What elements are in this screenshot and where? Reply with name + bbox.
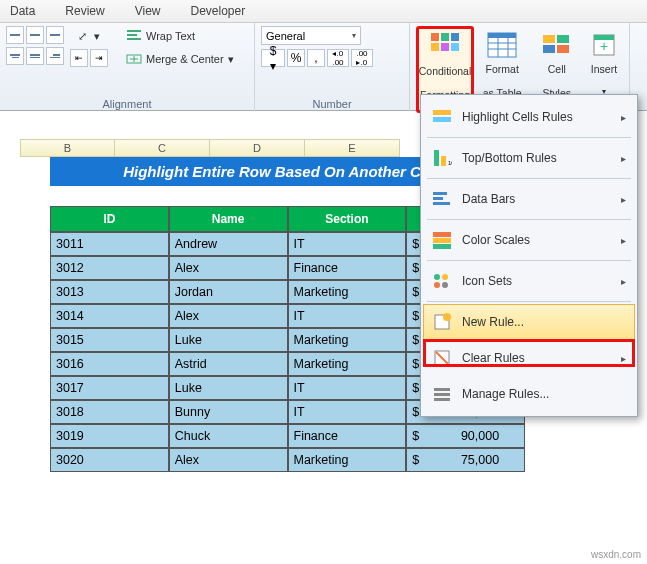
cell-name[interactable]: Luke <box>169 376 288 400</box>
merge-center-button[interactable]: Merge & Center ▾ <box>122 49 238 69</box>
align-middle[interactable] <box>26 26 44 44</box>
col-C[interactable]: C <box>115 139 210 157</box>
cell-id[interactable]: 3016 <box>50 352 169 376</box>
svg-rect-1 <box>127 34 137 36</box>
comma-button[interactable]: , <box>307 49 325 67</box>
cell-section[interactable]: Finance <box>288 424 407 448</box>
menu-developer[interactable]: Developer <box>191 4 246 18</box>
th-name: Name <box>169 206 288 232</box>
percent-button[interactable]: % <box>287 49 305 67</box>
decrease-decimal[interactable]: .00▸.0 <box>351 49 373 67</box>
insert-button[interactable]: + Insert▾ <box>585 26 623 97</box>
col-E[interactable]: E <box>305 139 400 157</box>
svg-rect-8 <box>441 43 449 51</box>
cell-section[interactable]: IT <box>288 232 407 256</box>
cell-section[interactable]: Marketing <box>288 352 407 376</box>
cell-id[interactable]: 3012 <box>50 256 169 280</box>
col-B[interactable]: B <box>20 139 115 157</box>
cell-section[interactable]: Marketing <box>288 280 407 304</box>
orientation-button[interactable]: ⤢▾ <box>70 26 108 46</box>
table-row[interactable]: 3019ChuckFinance$ 90,000 <box>50 424 525 448</box>
cell-name[interactable]: Andrew <box>169 232 288 256</box>
cell-id[interactable]: 3017 <box>50 376 169 400</box>
highlight-cells-icon <box>432 107 452 127</box>
menu-top-bottom[interactable]: 10 Top/Bottom Rules <box>423 140 635 176</box>
group-alignment-label: Alignment <box>6 97 248 111</box>
menu-clear-rules[interactable]: Clear Rules <box>423 340 635 376</box>
cell-section[interactable]: IT <box>288 400 407 424</box>
wrap-text-button[interactable]: Wrap Text <box>122 26 238 46</box>
align-left[interactable] <box>6 47 24 65</box>
orientation-icon: ⤢ <box>74 28 90 44</box>
menu-new-rule[interactable]: New Rule... <box>423 304 635 340</box>
svg-text:10: 10 <box>448 160 452 166</box>
cell-id[interactable]: 3018 <box>50 400 169 424</box>
currency-button[interactable]: $▾ <box>261 49 285 67</box>
svg-rect-16 <box>543 35 555 43</box>
increase-indent[interactable]: ⇥ <box>90 49 108 67</box>
svg-rect-2 <box>127 38 141 40</box>
align-bottom[interactable] <box>46 26 64 44</box>
svg-rect-42 <box>434 388 450 391</box>
menu-color-scales[interactable]: Color Scales <box>423 222 635 258</box>
svg-rect-28 <box>433 192 447 195</box>
group-number-label: Number <box>261 97 403 111</box>
menu-data-bars[interactable]: Data Bars <box>423 181 635 217</box>
cell-name[interactable]: Bunny <box>169 400 288 424</box>
menu-highlight-cells[interactable]: Highlight Cells Rules <box>423 99 635 135</box>
color-scales-icon <box>432 230 452 250</box>
cell-id[interactable]: 3015 <box>50 328 169 352</box>
svg-rect-31 <box>433 232 451 237</box>
insert-icon: + <box>588 29 620 61</box>
table-row[interactable]: 3020AlexMarketing$ 75,000 <box>50 448 525 472</box>
cell-section[interactable]: Finance <box>288 256 407 280</box>
decrease-indent[interactable]: ⇤ <box>70 49 88 67</box>
watermark: wsxdn.com <box>591 549 641 560</box>
cell-section[interactable]: Marketing <box>288 448 407 472</box>
cell-section[interactable]: IT <box>288 304 407 328</box>
menu-manage-rules[interactable]: Manage Rules... <box>423 376 635 412</box>
table-icon <box>486 29 518 61</box>
cell-id[interactable]: 3011 <box>50 232 169 256</box>
cell-total[interactable]: $ 75,000 <box>406 448 525 472</box>
menu-review[interactable]: Review <box>65 4 104 18</box>
cell-id[interactable]: 3013 <box>50 280 169 304</box>
cell-section[interactable]: IT <box>288 376 407 400</box>
cell-name[interactable]: Jordan <box>169 280 288 304</box>
col-D[interactable]: D <box>210 139 305 157</box>
cell-name[interactable]: Alex <box>169 304 288 328</box>
cell-name[interactable]: Luke <box>169 328 288 352</box>
svg-point-35 <box>442 274 448 280</box>
cell-id[interactable]: 3020 <box>50 448 169 472</box>
cell-styles-icon <box>541 29 573 61</box>
svg-rect-26 <box>441 156 446 166</box>
align-right[interactable] <box>46 47 64 65</box>
conditional-formatting-icon <box>429 31 461 63</box>
wrap-text-icon <box>126 28 142 44</box>
svg-rect-33 <box>433 244 451 249</box>
svg-rect-7 <box>431 43 439 51</box>
cell-name[interactable]: Chuck <box>169 424 288 448</box>
menu-icon-sets[interactable]: Icon Sets <box>423 263 635 299</box>
cell-name[interactable]: Astrid <box>169 352 288 376</box>
cell-id[interactable]: 3019 <box>50 424 169 448</box>
cell-id[interactable]: 3014 <box>50 304 169 328</box>
number-format-select[interactable]: General▾ <box>261 26 361 45</box>
svg-rect-19 <box>557 45 569 53</box>
svg-point-37 <box>442 282 448 288</box>
align-top[interactable] <box>6 26 24 44</box>
cell-name[interactable]: Alex <box>169 448 288 472</box>
svg-rect-6 <box>451 33 459 41</box>
menu-tabs: Data Review View Developer <box>0 0 647 23</box>
manage-rules-icon <box>432 384 452 404</box>
menu-data[interactable]: Data <box>10 4 35 18</box>
cell-section[interactable]: Marketing <box>288 328 407 352</box>
new-rule-icon <box>432 312 452 332</box>
increase-decimal[interactable]: ◂.0.00 <box>327 49 349 67</box>
svg-point-36 <box>434 282 440 288</box>
menu-view[interactable]: View <box>135 4 161 18</box>
cell-name[interactable]: Alex <box>169 256 288 280</box>
cell-total[interactable]: $ 90,000 <box>406 424 525 448</box>
align-center[interactable] <box>26 47 44 65</box>
conditional-formatting-menu: Highlight Cells Rules 10 Top/Bottom Rule… <box>420 94 638 417</box>
